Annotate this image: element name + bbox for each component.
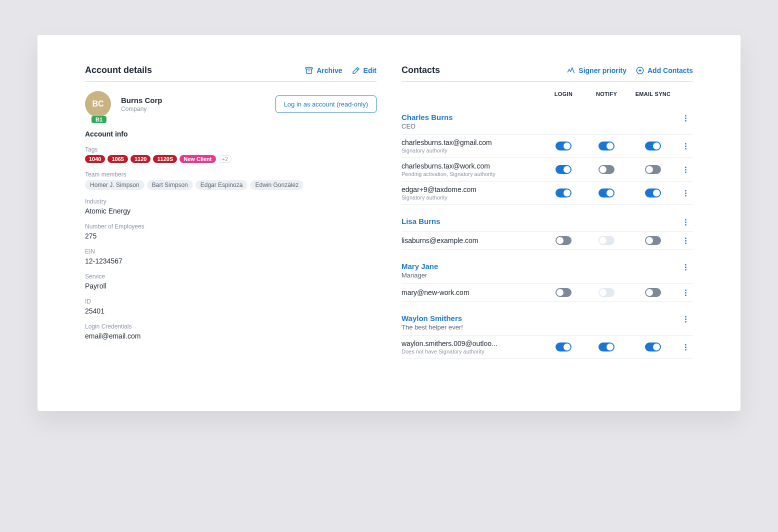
id-label: ID [85,298,376,305]
notify-toggle[interactable] [598,236,614,245]
archive-icon [304,66,314,75]
industry-label: Industry [85,198,376,205]
contact-email-row: mary@new-work.com [402,284,693,302]
login-toggle[interactable] [556,288,572,297]
tag-more[interactable]: +2 [218,155,232,163]
contact-name[interactable]: Lisa Burns [402,217,678,226]
service-value: Payroll [85,282,376,290]
contact-email-row: charlesburns.tax@gmail.comSignatory auth… [402,134,693,158]
contact-email-row: lisaburns@example.com [402,232,693,250]
sync-toggle[interactable] [645,342,661,352]
team-member-chip[interactable]: Edwin González [250,180,304,190]
login-toggle[interactable] [556,236,572,245]
contact-email-row: charlesburns.tax@work.comPending activat… [402,158,693,182]
account-info-title: Account info [85,130,376,138]
contact-email-note: Pending activation, Signatory authority [402,171,542,177]
login-toggle[interactable] [556,142,572,150]
notify-toggle[interactable] [598,288,614,297]
tag[interactable]: 1040 [85,155,105,163]
team-member-chip[interactable]: Edgar Espinoza [196,180,248,190]
contact-email-row: edgar+9@taxdome.comSignatory authority [402,182,693,205]
sync-toggle[interactable] [645,288,661,297]
ein-label: EIN [85,248,376,255]
account-details-title: Account details [85,65,152,76]
contacts-list: Charles BurnsCEOcharlesburns.tax@gmail.c… [402,113,693,359]
plus-circle-icon [636,66,644,75]
kebab-menu-icon[interactable] [685,288,686,298]
col-notify: NOTIFY [585,91,628,97]
contact-block: Charles BurnsCEOcharlesburns.tax@gmail.c… [402,113,693,205]
login-credentials-label: Login Credentials [85,323,376,330]
tags-label: Tags [85,146,376,153]
contact-block: Mary JaneManagermary@new-work.com [402,262,693,302]
employees-label: Number of Employees [85,223,376,230]
kebab-menu-icon[interactable] [685,113,686,123]
contact-block: Waylon SmithersThe best helper ever!wayl… [402,314,693,359]
kebab-menu-icon[interactable] [685,188,686,198]
industry-value: Atomic Energy [85,207,376,215]
kebab-menu-icon[interactable] [685,314,686,324]
kebab-menu-icon[interactable] [685,236,686,246]
plan-badge: B1 [92,116,106,123]
contacts-panel: Contacts Signer priority Add Contacts LO… [402,65,693,371]
edit-label: Edit [364,66,376,74]
notify-toggle[interactable] [598,342,614,352]
contact-email-row: waylon.smithers.009@outloo...Does not ha… [402,336,693,359]
sync-toggle[interactable] [645,142,661,150]
sync-toggle[interactable] [645,236,661,245]
col-email-sync: EMAIL SYNC [628,91,678,97]
contact-email-note: Signatory authority [402,194,542,200]
notify-toggle[interactable] [598,165,614,174]
sync-toggle[interactable] [645,165,661,174]
archive-label: Archive [316,66,342,74]
contacts-title: Contacts [402,65,440,76]
notify-toggle[interactable] [598,142,614,150]
pencil-icon [352,66,360,75]
contact-role: Manager [402,272,678,279]
account-type: Company [121,106,268,112]
contact-name[interactable]: Waylon Smithers [402,314,678,322]
svg-rect-0 [306,68,312,69]
kebab-menu-icon[interactable] [685,342,686,352]
tag[interactable]: 1120 [130,155,150,163]
contact-block: Lisa Burnslisaburns@example.com [402,217,693,250]
ein-value: 12-1234567 [85,257,376,265]
account-avatar: BC [85,91,111,117]
kebab-menu-icon[interactable] [685,217,686,227]
kebab-menu-icon[interactable] [685,141,686,151]
team-member-chip[interactable]: Homer J. Simpson [85,180,144,190]
tags-row: 1040 1065 1120 1120S New Client +2 [85,155,376,163]
kebab-menu-icon[interactable] [685,164,686,174]
contact-name[interactable]: Charles Burns [402,113,678,122]
contact-email: edgar+9@taxdome.com [402,186,542,194]
contact-email-note: Does not have Signatory authority [402,348,542,354]
edit-button[interactable]: Edit [352,66,376,75]
tag-new-client[interactable]: New Client [180,155,216,163]
contact-email: mary@new-work.com [402,288,542,296]
service-label: Service [85,273,376,280]
signer-priority-button[interactable]: Signer priority [566,66,626,75]
add-contacts-label: Add Contacts [648,66,693,74]
contact-role: CEO [402,122,678,130]
login-toggle[interactable] [556,342,572,352]
employees-value: 275 [85,232,376,240]
tag[interactable]: 1065 [108,155,128,163]
contact-name[interactable]: Mary Jane [402,262,678,270]
notify-toggle[interactable] [598,188,614,198]
team-member-chip[interactable]: Bart Simpson [147,180,193,190]
priority-icon [566,66,576,75]
contact-email: lisaburns@example.com [402,236,542,244]
login-toggle[interactable] [556,165,572,174]
login-credentials-value: email@email.com [85,332,376,340]
add-contacts-button[interactable]: Add Contacts [636,66,693,75]
contact-email: charlesburns.tax@work.com [402,162,542,170]
login-as-account-button[interactable]: Log in as account (read-only) [276,96,376,113]
kebab-menu-icon[interactable] [685,262,686,272]
account-name: Burns Corp [121,96,268,104]
id-value: 25401 [85,307,376,315]
login-toggle[interactable] [556,188,572,198]
contact-email: waylon.smithers.009@outloo... [402,340,542,348]
sync-toggle[interactable] [645,188,661,198]
tag[interactable]: 1120S [153,155,177,163]
archive-button[interactable]: Archive [304,66,342,75]
